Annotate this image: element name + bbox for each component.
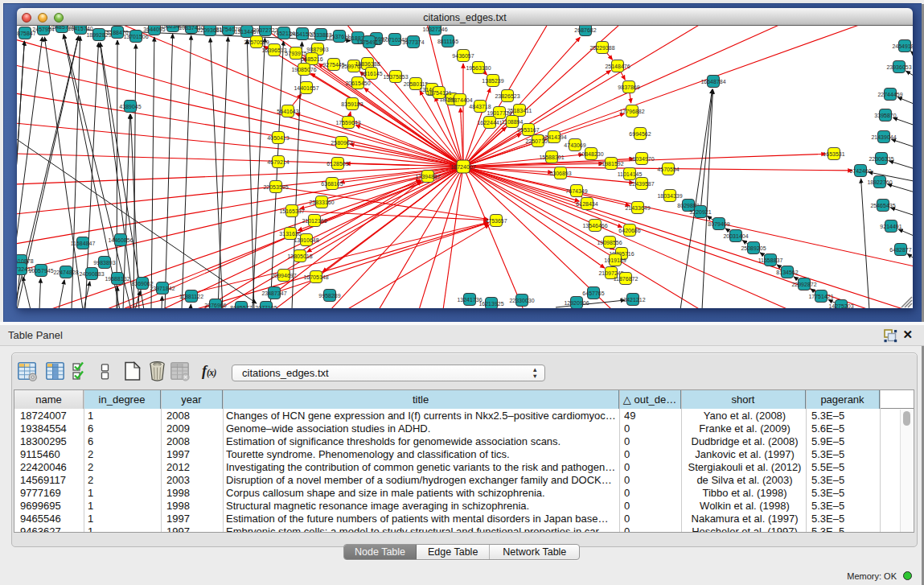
svg-text:21433649: 21433649 [625, 205, 650, 211]
svg-text:10057945: 10057945 [28, 268, 53, 274]
svg-text:6994562: 6994562 [629, 131, 651, 137]
svg-text:13241736: 13241736 [457, 297, 482, 303]
svg-text:18034339: 18034339 [657, 193, 682, 199]
svg-text:4753657: 4753657 [485, 218, 507, 224]
svg-text:13546466: 13546466 [582, 223, 607, 229]
svg-text:11876872: 11876872 [614, 276, 639, 282]
svg-text:15165337: 15165337 [279, 208, 304, 214]
svg-text:7674349: 7674349 [565, 188, 587, 194]
svg-text:1108894: 1108894 [502, 119, 524, 125]
svg-text:21981592: 21981592 [598, 161, 623, 167]
svg-text:9214491: 9214491 [880, 224, 901, 229]
svg-text:16224441: 16224441 [477, 120, 502, 126]
svg-text:9887903: 9887903 [306, 47, 328, 52]
svg-text:1019189: 1019189 [604, 257, 626, 263]
svg-text:17796882: 17796882 [619, 109, 644, 114]
svg-text:10848230: 10848230 [578, 151, 603, 157]
svg-text:13910648: 13910648 [294, 237, 318, 243]
svg-text:5641643: 5641643 [277, 109, 298, 114]
svg-text:20580115: 20580115 [404, 81, 429, 87]
svg-text:22053595: 22053595 [263, 184, 288, 190]
svg-text:2876966: 2876966 [204, 303, 226, 308]
svg-text:13421212: 13421212 [620, 297, 645, 303]
svg-text:18724007: 18724007 [450, 164, 475, 170]
svg-text:20615450: 20615450 [345, 80, 370, 86]
svg-text:18922760: 18922760 [867, 179, 892, 185]
svg-text:8359183: 8359183 [341, 101, 363, 107]
svg-text:14275203: 14275203 [828, 303, 853, 308]
svg-text:9436057: 9436057 [452, 53, 474, 59]
svg-text:6420686: 6420686 [618, 228, 640, 233]
svg-text:3677374: 3677374 [402, 39, 424, 45]
svg-text:18754131: 18754131 [426, 90, 451, 96]
svg-text:4743069: 4743069 [564, 142, 585, 148]
svg-text:16213925: 16213925 [478, 301, 503, 307]
svg-text:23487347: 23487347 [261, 290, 286, 296]
svg-text:19563180: 19563180 [466, 65, 491, 71]
svg-text:6457765: 6457765 [582, 290, 604, 296]
svg-text:11014145: 11014145 [618, 171, 643, 177]
svg-text:9958289: 9958289 [318, 293, 340, 299]
svg-text:11584847: 11584847 [71, 241, 96, 246]
svg-text:23833160: 23833160 [309, 200, 334, 205]
svg-text:18034970: 18034970 [629, 156, 654, 162]
svg-text:17559643: 17559643 [335, 120, 360, 126]
svg-text:19098556: 19098556 [597, 240, 622, 245]
svg-text:16396513: 16396513 [261, 47, 286, 53]
svg-text:1385239: 1385239 [482, 78, 503, 84]
svg-text:4843718: 4843718 [469, 104, 491, 109]
svg-text:22306335: 22306335 [869, 156, 893, 162]
svg-text:9837869: 9837869 [618, 84, 639, 90]
svg-text:21012166: 21012166 [302, 218, 326, 224]
svg-text:6128434: 6128434 [576, 201, 598, 207]
svg-text:22330030: 22330030 [509, 298, 534, 303]
svg-text:9983893: 9983893 [93, 260, 115, 266]
svg-text:8685577: 8685577 [230, 305, 252, 308]
svg-text:8134562: 8134562 [776, 270, 798, 275]
svg-text:20031404: 20031404 [723, 233, 748, 239]
svg-text:19688132: 19688132 [105, 276, 129, 282]
svg-text:15588301: 15588301 [539, 154, 564, 160]
svg-text:6482877: 6482877 [889, 247, 911, 253]
svg-text:9816145: 9816145 [360, 71, 382, 76]
svg-text:22570529: 22570529 [244, 39, 269, 45]
svg-text:2687682: 2687682 [574, 27, 596, 33]
svg-text:5685216: 5685216 [301, 56, 322, 62]
svg-text:4570554: 4570554 [657, 167, 679, 172]
svg-text:6742460: 6742460 [849, 168, 871, 174]
svg-text:22439587: 22439587 [629, 181, 654, 187]
svg-text:25229388: 25229388 [589, 45, 614, 51]
svg-text:21439044: 21439044 [871, 134, 896, 140]
svg-text:25148476: 25148476 [605, 64, 630, 69]
svg-text:20994697: 20994697 [271, 273, 296, 278]
svg-text:12414394: 12414394 [541, 134, 566, 140]
svg-text:25465435: 25465435 [870, 203, 895, 208]
svg-text:13805018: 13805018 [287, 253, 312, 259]
svg-text:2580963: 2580963 [331, 140, 352, 146]
svg-text:11881122: 11881122 [179, 294, 203, 299]
svg-text:22474828: 22474828 [53, 270, 78, 275]
svg-text:3395870: 3395870 [874, 113, 896, 118]
svg-text:8079409: 8079409 [708, 221, 729, 227]
svg-text:4050413: 4050413 [267, 135, 289, 141]
svg-text:16705148: 16705148 [303, 274, 328, 280]
svg-text:11558837: 11558837 [758, 257, 783, 263]
svg-text:15375853: 15375853 [383, 74, 408, 80]
svg-text:8811165: 8811165 [437, 39, 458, 44]
svg-text:6368105: 6368105 [321, 181, 343, 187]
svg-text:16648784: 16648784 [700, 79, 725, 84]
svg-text:3220921: 3220921 [689, 209, 711, 215]
svg-text:4679214: 4679214 [267, 159, 289, 165]
svg-text:12920906: 12920906 [564, 300, 589, 306]
svg-text:22992872: 22992872 [791, 282, 816, 287]
svg-text:13701506: 13701506 [123, 34, 148, 39]
svg-text:16415740: 16415740 [68, 26, 92, 31]
svg-text:23874404: 23874404 [447, 97, 472, 103]
svg-text:23826523: 23826523 [495, 93, 519, 99]
svg-text:1653531: 1653531 [823, 151, 844, 157]
svg-text:22744459: 22744459 [877, 92, 902, 97]
svg-text:24090883: 24090883 [79, 271, 104, 277]
svg-text:9953167: 9953167 [517, 127, 539, 133]
svg-text:10327246: 10327246 [422, 27, 447, 32]
svg-text:19017734: 19017734 [487, 110, 511, 116]
